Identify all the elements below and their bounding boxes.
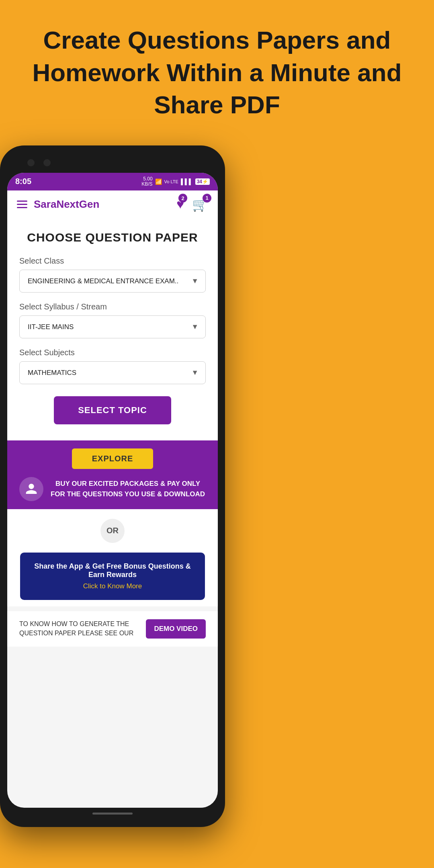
explore-button[interactable]: EXPLORE: [72, 448, 154, 469]
syllabus-label: Select Syllabus / Stream: [19, 302, 206, 311]
promo-text: BUY OUR EXCITED PACKAGES & PAY ONLY FOR …: [50, 479, 206, 499]
select-topic-button[interactable]: SELECT TOPIC: [54, 396, 171, 424]
phone-screen: 8:05 5.00 KB/S 📶 Vo LTE ▌▌▌ 34⚡: [7, 173, 218, 808]
vo-lte-icon: Vo LTE: [164, 179, 178, 184]
subjects-select[interactable]: MATHEMATICS: [19, 361, 206, 384]
phone-outer: 8:05 5.00 KB/S 📶 Vo LTE ▌▌▌ 34⚡: [0, 145, 225, 827]
app-logo: SaraNextGen: [34, 198, 99, 211]
hamburger-menu[interactable]: [17, 201, 27, 208]
share-banner-text: Share the App & Get Free Bonus Questions…: [32, 562, 193, 579]
or-label: OR: [100, 519, 125, 543]
explore-promo: BUY OUR EXCITED PACKAGES & PAY ONLY FOR …: [19, 477, 206, 501]
phone-notch: [80, 158, 145, 167]
status-bar: 8:05 5.00 KB/S 📶 Vo LTE ▌▌▌ 34⚡: [7, 173, 218, 190]
cart-badge: 1: [203, 194, 211, 203]
app-bar-left: SaraNextGen: [17, 198, 99, 211]
status-icons: 5.00 KB/S 📶 Vo LTE ▌▌▌ 34⚡: [141, 176, 210, 187]
syllabus-select[interactable]: IIT-JEE MAINS: [19, 315, 206, 338]
heart-badge: 2: [178, 194, 187, 203]
header-title: Create Questions Papers and Homework Wit…: [32, 24, 402, 121]
camera-right: [43, 159, 51, 166]
demo-video-button[interactable]: DEMO VIDEO: [146, 619, 206, 639]
battery-icon: 34⚡: [195, 178, 210, 185]
class-label: Select Class: [19, 256, 206, 266]
heart-button[interactable]: ♥ 2: [176, 197, 184, 212]
cart-button[interactable]: 🛒 1: [192, 197, 208, 212]
phone-mockup: 8:05 5.00 KB/S 📶 Vo LTE ▌▌▌ 34⚡: [0, 145, 225, 827]
person-icon: [25, 483, 38, 495]
status-speed: 5.00 KB/S: [141, 176, 152, 187]
class-select[interactable]: ENGINEERING & MEDICAL ENTRANCE EXAM..: [19, 270, 206, 293]
syllabus-form-group: Select Syllabus / Stream IIT-JEE MAINS ▼: [19, 302, 206, 338]
subjects-select-wrapper: MATHEMATICS ▼: [19, 361, 206, 384]
promo-icon: [19, 477, 43, 501]
page-title: CHOOSE QUESTION PAPER: [19, 231, 206, 244]
app-bar: SaraNextGen ♥ 2 🛒 1: [7, 190, 218, 219]
app-bar-right: ♥ 2 🛒 1: [176, 197, 208, 212]
camera-left: [27, 159, 35, 166]
bottom-info-text: TO KNOW HOW TO GENERATE THE QUESTION PAP…: [19, 620, 146, 638]
syllabus-select-wrapper: IIT-JEE MAINS ▼: [19, 315, 206, 338]
share-banner-link[interactable]: Click to Know More: [32, 582, 193, 590]
class-form-group: Select Class ENGINEERING & MEDICAL ENTRA…: [19, 256, 206, 293]
bottom-info: TO KNOW HOW TO GENERATE THE QUESTION PAP…: [7, 611, 218, 647]
subjects-form-group: Select Subjects MATHEMATICS ▼: [19, 348, 206, 384]
explore-section: EXPLORE BUY OUR EXCITED PACKAGES & PAY O…: [7, 440, 218, 509]
share-banner[interactable]: Share the App & Get Free Bonus Questions…: [20, 553, 205, 600]
status-time: 8:05: [15, 177, 31, 186]
phone-notch-area: [7, 153, 218, 173]
class-select-wrapper: ENGINEERING & MEDICAL ENTRANCE EXAM.. ▼: [19, 270, 206, 293]
page-header: Create Questions Papers and Homework Wit…: [0, 0, 434, 137]
share-banner-wrapper: Share the App & Get Free Bonus Questions…: [7, 553, 218, 606]
home-bar: [92, 813, 133, 815]
page-background: Create Questions Papers and Homework Wit…: [0, 0, 434, 827]
signal-bars: ▌▌▌: [181, 178, 193, 185]
wifi-icon: 📶: [155, 178, 162, 185]
or-section: OR: [7, 509, 218, 553]
phone-home-indicator: [7, 808, 218, 820]
subjects-label: Select Subjects: [19, 348, 206, 357]
main-content: CHOOSE QUESTION PAPER Select Class ENGIN…: [7, 219, 218, 440]
